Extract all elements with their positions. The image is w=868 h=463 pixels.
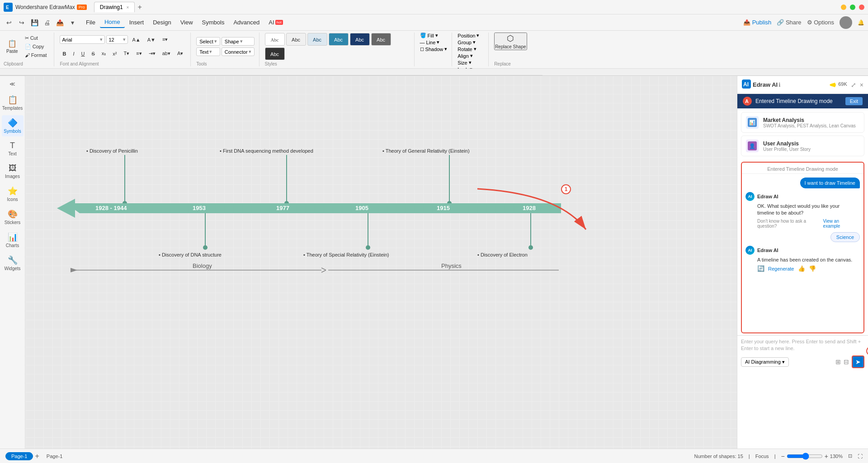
menu-advanced[interactable]: Advanced: [229, 17, 264, 28]
sidebar-item-icons[interactable]: ⭐ Icons: [2, 183, 24, 205]
add-tab-button[interactable]: +: [137, 3, 142, 11]
user-avatar[interactable]: [840, 16, 852, 29]
regenerate-row[interactable]: 🔄 Regenerate 👍 👎: [745, 265, 852, 272]
font-selector[interactable]: Arial ▾: [60, 35, 105, 44]
ai-mode-selector[interactable]: AI Diagramming ▾: [741, 357, 789, 367]
sidebar-item-symbols[interactable]: 🔷 Symbols: [2, 115, 24, 136]
zoom-out-button[interactable]: −: [781, 453, 784, 460]
style-box-7[interactable]: Abc: [265, 47, 285, 60]
italic-button[interactable]: I: [70, 50, 77, 57]
print-button[interactable]: 🖨: [42, 17, 52, 28]
align-left-button[interactable]: ≡▾: [160, 36, 170, 43]
sidebar-item-charts[interactable]: 📊 Charts: [2, 229, 24, 251]
close-panel-icon[interactable]: ×: [860, 81, 863, 89]
close-button[interactable]: [859, 5, 864, 10]
view-example-link[interactable]: View an example: [823, 219, 854, 229]
group-row[interactable]: Group▾: [458, 39, 479, 45]
options-button[interactable]: ⚙ Options: [807, 19, 834, 26]
menu-file[interactable]: File: [81, 17, 100, 28]
menu-view[interactable]: View: [176, 17, 198, 28]
share-button[interactable]: 🔗 Share: [777, 19, 801, 26]
redo-button[interactable]: ↪: [16, 17, 27, 28]
copy-button[interactable]: 📄 Copy: [22, 43, 50, 51]
cut-button[interactable]: ✂ Cut: [22, 34, 50, 42]
page-tab-1[interactable]: Page-1: [5, 452, 33, 460]
sidebar-item-stickers[interactable]: 🎨 Stickers: [2, 206, 24, 228]
subscript-button[interactable]: x₂: [99, 50, 109, 57]
thumbup-icon[interactable]: 👍: [798, 265, 805, 272]
text-dropdown[interactable]: Text ▾: [196, 47, 220, 56]
style-box-3[interactable]: Abc: [307, 33, 327, 46]
export-button[interactable]: 📤: [54, 17, 65, 28]
superscript-button[interactable]: x²: [110, 50, 119, 57]
style-box-2[interactable]: Abc: [286, 33, 306, 46]
format-paint-button[interactable]: 🖌 Format: [22, 51, 50, 59]
ai-table-icon[interactable]: ⊟: [844, 358, 849, 365]
sidebar-item-templates[interactable]: 📋 Templates: [2, 92, 24, 113]
publish-button[interactable]: 📤 Focus Publish: [743, 19, 772, 26]
user-analysis-card[interactable]: 👤 User Analysis User Profile, User Story: [741, 136, 864, 156]
minimize-button[interactable]: [841, 5, 846, 10]
titlebar: E Wondershare EdrawMax Pro Drawing1 × +: [0, 0, 868, 14]
style-box-6[interactable]: Abc: [371, 33, 391, 46]
style-box-1[interactable]: Abc: [265, 33, 285, 46]
menu-ai[interactable]: AI hot: [264, 17, 287, 28]
notification-count[interactable]: 🔔: [858, 19, 864, 26]
shadow-row[interactable]: ◻ Shadow ▾: [420, 46, 448, 52]
menu-design[interactable]: Design: [148, 17, 175, 28]
strikethrough-button[interactable]: S: [89, 50, 97, 57]
bold-button[interactable]: B: [60, 50, 69, 57]
size-row[interactable]: Size▾: [458, 60, 479, 65]
connector-dropdown[interactable]: Connector ▾: [222, 47, 255, 56]
menu-home[interactable]: Home: [100, 17, 125, 28]
shape-dropdown[interactable]: Shape ▾: [222, 37, 255, 46]
document-tab[interactable]: Drawing1 ×: [94, 2, 135, 12]
tab-close-icon[interactable]: ×: [127, 5, 129, 10]
svg-text:👤: 👤: [749, 143, 755, 149]
style-box-5[interactable]: Abc: [350, 33, 370, 46]
stickers-label: Stickers: [5, 220, 21, 225]
select-dropdown[interactable]: Select ▾: [196, 37, 220, 46]
undo-button[interactable]: ↩: [4, 17, 14, 28]
save-button[interactable]: 💾: [29, 17, 40, 28]
more-button[interactable]: ▾: [67, 17, 78, 28]
case-button[interactable]: ab▾: [160, 50, 173, 57]
text-style-button[interactable]: T▾: [121, 50, 132, 57]
menu-insert[interactable]: Insert: [125, 17, 149, 28]
maximize-button[interactable]: [850, 5, 855, 10]
sidebar-item-text[interactable]: T Text: [2, 138, 24, 159]
ai-grid-icon[interactable]: ⊞: [835, 358, 841, 365]
thumbdown-icon[interactable]: 👎: [809, 265, 816, 272]
align-row[interactable]: Align▾: [458, 53, 479, 59]
line-row[interactable]: — Line ▾: [420, 39, 448, 45]
style-box-4[interactable]: Abc: [329, 33, 349, 46]
sidebar-item-images[interactable]: 🖼 Images: [2, 161, 24, 182]
expand-panel-icon[interactable]: ⤢: [851, 81, 856, 89]
decrease-font-button[interactable]: A▼: [145, 36, 158, 43]
font-size-selector[interactable]: 12 ▾: [106, 35, 128, 44]
paste-button[interactable]: 📋Paste: [4, 38, 21, 55]
send-button[interactable]: ➤: [852, 355, 864, 368]
fullscreen-icon[interactable]: ⛶: [858, 454, 863, 459]
underline-button[interactable]: U: [79, 50, 88, 57]
replace-shape-button[interactable]: ⬡ Replace Shape: [494, 33, 527, 50]
menu-symbols[interactable]: Symbols: [198, 17, 229, 28]
info-icon[interactable]: ℹ: [778, 82, 781, 88]
add-page-button[interactable]: +: [35, 452, 39, 460]
font-color-button[interactable]: A▾: [175, 50, 186, 57]
increase-font-button[interactable]: A▲: [129, 36, 143, 43]
sidebar-collapse-button[interactable]: ≪: [8, 80, 17, 89]
position-row[interactable]: Position▾: [458, 33, 479, 38]
fill-row[interactable]: 🪣 Fill ▾: [420, 33, 448, 38]
exit-mode-button[interactable]: Exit: [845, 97, 863, 105]
sidebar-item-widgets[interactable]: 🔧 Widgets: [2, 253, 24, 274]
indent-button[interactable]: ⇥▾: [146, 50, 158, 57]
market-analysis-card[interactable]: 📊 Market Analysis SWOT Analysis, PEST An…: [741, 112, 864, 133]
zoom-slider[interactable]: [787, 453, 823, 460]
zoom-in-button[interactable]: +: [825, 453, 828, 460]
suggestion-button[interactable]: Science: [830, 232, 860, 242]
rotate-row[interactable]: Rotate▾: [458, 46, 479, 52]
fit-icon[interactable]: ⊡: [848, 453, 852, 459]
list-button[interactable]: ≡▾: [133, 50, 144, 57]
canvas-area[interactable]: 1928 - 1944 1953 1977 1905 1915 1928 • D…: [25, 76, 737, 449]
